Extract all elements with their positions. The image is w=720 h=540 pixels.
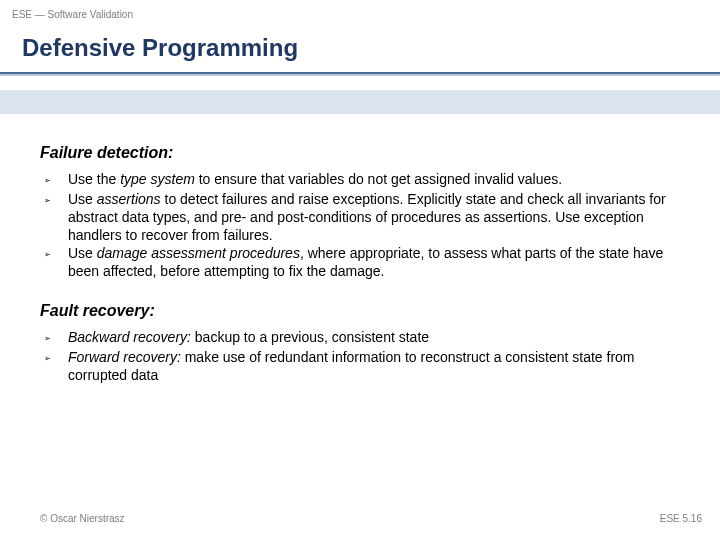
slide-content: Failure detection: ➢ Use the type system… [0, 144, 720, 384]
bullet-icon: ➢ [40, 170, 68, 190]
bullet-icon: ➢ [40, 328, 68, 348]
list-item: ➢ Use damage assessment procedures, wher… [40, 244, 680, 280]
bullet-list-failure: ➢ Use the type system to ensure that var… [40, 170, 680, 280]
list-item: ➢ Backward recovery: backup to a previou… [40, 328, 680, 348]
list-item: ➢ Use the type system to ensure that var… [40, 170, 680, 190]
accent-band [0, 90, 720, 114]
bullet-text: Forward recovery: make use of redundant … [68, 348, 680, 384]
slide-title: Defensive Programming [0, 20, 720, 72]
bullet-text: Backward recovery: backup to a previous,… [68, 328, 680, 346]
list-item: ➢ Use assertions to detect failures and … [40, 190, 680, 244]
bullet-text: Use assertions to detect failures and ra… [68, 190, 680, 244]
copyright: © Oscar Nierstrasz [40, 513, 125, 524]
bullet-text: Use damage assessment procedures, where … [68, 244, 680, 280]
section-heading-failure: Failure detection: [40, 144, 680, 162]
bullet-icon: ➢ [40, 244, 68, 264]
bullet-text: Use the type system to ensure that varia… [68, 170, 680, 188]
bullet-icon: ➢ [40, 348, 68, 368]
bullet-icon: ➢ [40, 190, 68, 210]
list-item: ➢ Forward recovery: make use of redundan… [40, 348, 680, 384]
page-number: ESE 5.16 [660, 513, 702, 524]
header-topic: ESE — Software Validation [0, 0, 720, 20]
section-heading-recovery: Fault recovery: [40, 302, 680, 320]
bullet-list-recovery: ➢ Backward recovery: backup to a previou… [40, 328, 680, 384]
footer: © Oscar Nierstrasz ESE 5.16 [40, 513, 702, 524]
title-rule [0, 72, 720, 76]
